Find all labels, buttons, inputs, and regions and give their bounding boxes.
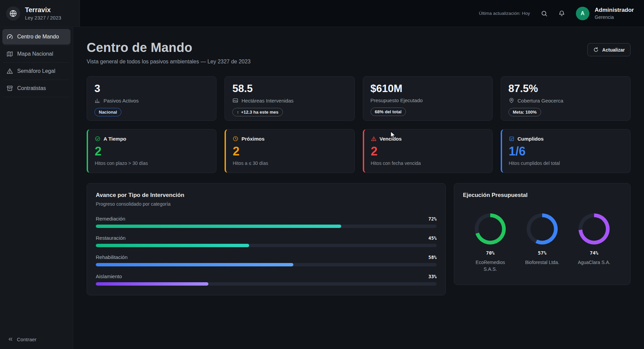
kpi-label-row: Cobertura Geocerca	[508, 97, 623, 104]
kpi-label: Hectáreas Intervenidas	[241, 98, 293, 104]
status-caption: Hitos a ≤ 30 días	[233, 161, 347, 166]
kpi-label: Presupuesto Ejecutado	[371, 97, 423, 103]
kpi-label-row: Pasivos Activos	[94, 97, 209, 104]
brand[interactable]: Terravix Ley 2327 / 2023	[0, 0, 80, 27]
gauge-icon	[6, 33, 13, 40]
avatar[interactable]: A	[576, 7, 589, 20]
bar-label: Rehabilitación	[96, 254, 127, 260]
bar-value: 33%	[429, 274, 437, 279]
status-row: A Tiempo 2 Hitos con plazo > 30 días Pró…	[87, 129, 631, 173]
bar-label: Remediación	[96, 216, 125, 222]
kpi-card-hectareas: 58.5 Hectáreas Intervenidas ↑ +12.3 ha e…	[225, 76, 354, 121]
kpi-value: 58.5	[232, 83, 347, 94]
progress-bar-fill	[96, 244, 249, 247]
bar-top: Aislamiento 33%	[96, 273, 437, 279]
kpi-badge-text: +12.3 ha este mes	[241, 110, 279, 115]
progress-bar-aislamiento: Aislamiento 33%	[96, 273, 437, 286]
status-head: Vencidos	[371, 136, 486, 142]
kpi-card-geocerca: 87.5% Cobertura Geocerca Meta: 100%	[501, 76, 631, 121]
chevrons-left-icon	[7, 336, 13, 342]
kpi-card-presupuesto: $610M Presupuesto Ejecutado 68% del tota…	[363, 76, 493, 121]
progress-bar-restauracion: Restauración 45%	[96, 235, 437, 247]
sidebar-item-contratistas[interactable]: Contratistas	[2, 81, 70, 96]
last-update-text: Última actualización: Hoy	[479, 11, 530, 16]
sidebar: Centro de Mando Mapa Nacional Semáfo	[0, 27, 73, 349]
main-content: Centro de Mando Vista general de todos l…	[73, 27, 644, 349]
bar-label: Aislamiento	[96, 273, 122, 279]
donut-percentage: 70%	[486, 250, 494, 256]
panel-title: Ejecución Presupuestal	[463, 192, 621, 199]
status-head: Cumplidos	[509, 136, 623, 142]
map-icon	[6, 51, 13, 57]
kpi-badge-nacional: Nacional	[94, 108, 121, 116]
alert-triangle-icon	[371, 136, 377, 142]
warning-triangle-icon	[6, 68, 13, 75]
panel-title: Avance por Tipo de Intervención	[96, 192, 437, 199]
donut-contractor-name: EcoRemedios S.A.S.	[468, 259, 512, 272]
status-title: A Tiempo	[104, 136, 126, 142]
bottom-row: Avance por Tipo de Intervención Progreso…	[87, 183, 631, 295]
refresh-button[interactable]: Actualizar	[587, 43, 631, 56]
progress-bar-fill	[96, 282, 208, 286]
status-value: 2	[95, 145, 209, 157]
topbar-right: Última actualización: Hoy A Administrado…	[479, 0, 644, 27]
kpi-badge-text: Nacional	[99, 110, 117, 115]
user-name: Administrador	[595, 7, 634, 13]
progress-bar-remediacion: Remediación 72%	[96, 216, 437, 228]
sidebar-item-label: Mapa Nacional	[17, 51, 53, 57]
kpi-value: 3	[94, 83, 209, 94]
donut-row: 70% EcoRemedios S.A.S. 57% Bioforestal L…	[463, 213, 621, 272]
donut-contractor-name: Bioforestal Ltda.	[525, 259, 559, 266]
status-card-vencidos[interactable]: Vencidos 2 Hitos con fecha vencida	[363, 129, 493, 173]
donut-hole	[530, 217, 554, 241]
sidebar-nav: Centro de Mando Mapa Nacional Semáfo	[0, 27, 73, 98]
bar-value: 72%	[429, 216, 437, 222]
page-header-text: Centro de Mando Vista general de todos l…	[87, 40, 251, 65]
sidebar-item-label: Semáforo Legal	[17, 68, 55, 74]
status-title: Próximos	[241, 136, 264, 142]
brand-text: Terravix Ley 2327 / 2023	[25, 6, 61, 21]
donut-contractor-name: AguaClara S.A.	[578, 259, 611, 266]
collapse-label: Contraer	[17, 337, 36, 342]
topbar: Terravix Ley 2327 / 2023 Última actualiz…	[0, 0, 644, 27]
user-info: Administrador Gerencia	[595, 7, 634, 20]
sidebar-item-semaforo-legal[interactable]: Semáforo Legal	[2, 63, 70, 79]
notifications-button[interactable]	[556, 7, 568, 20]
donut-ring	[579, 213, 610, 244]
clock-icon	[233, 136, 238, 142]
kpi-badge-text: 68% del total	[375, 109, 402, 114]
status-card-a-tiempo[interactable]: A Tiempo 2 Hitos con plazo > 30 días	[87, 129, 216, 173]
bell-icon	[558, 10, 565, 17]
bar-chart-icon	[94, 97, 100, 104]
status-caption: Hitos con fecha vencida	[371, 161, 486, 166]
divider	[3, 45, 69, 46]
donut-hole	[478, 217, 502, 241]
progress-bar-track	[96, 244, 437, 247]
kpi-row: 3 Pasivos Activos Nacional 58.5	[87, 76, 631, 121]
globe-logo-icon	[6, 6, 20, 21]
search-icon	[541, 10, 548, 17]
kpi-label-row: Hectáreas Intervenidas	[232, 97, 347, 104]
kpi-label-row: Presupuesto Ejecutado	[371, 97, 485, 103]
sidebar-item-mapa-nacional[interactable]: Mapa Nacional	[2, 46, 70, 62]
status-title: Cumplidos	[518, 136, 544, 142]
status-caption: Hitos con plazo > 30 días	[95, 161, 209, 166]
bar-value: 58%	[429, 255, 437, 260]
check-square-icon	[509, 136, 515, 142]
user-role: Gerencia	[595, 14, 634, 20]
sidebar-item-centro-de-mando[interactable]: Centro de Mando	[2, 29, 70, 45]
bar-top: Remediación 72%	[96, 216, 437, 222]
status-caption: Hitos cumplidos del total	[509, 161, 623, 166]
status-card-proximos[interactable]: Próximos 2 Hitos a ≤ 30 días	[225, 129, 354, 173]
divider	[3, 97, 69, 97]
bar-value: 45%	[429, 235, 437, 241]
kpi-badge-trend: ↑ +12.3 ha este mes	[232, 108, 283, 116]
donut-ring	[527, 213, 558, 244]
status-card-cumplidos[interactable]: Cumplidos 1/6 Hitos cumplidos del total	[501, 129, 631, 173]
search-button[interactable]	[538, 7, 550, 20]
sidebar-collapse-button[interactable]: Contraer	[0, 329, 73, 349]
donut-ring	[475, 213, 506, 244]
sidebar-item-label: Centro de Mando	[17, 34, 59, 40]
field-icon	[232, 97, 238, 104]
donut-hole	[582, 217, 606, 241]
